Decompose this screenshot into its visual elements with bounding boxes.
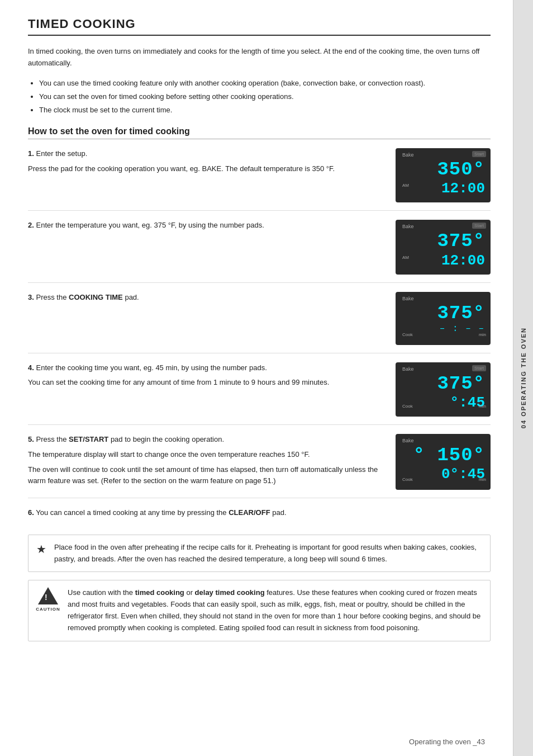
step-5-display-bake: Bake [402,438,414,443]
step-6-number: 6. [28,508,34,517]
star-icon: ★ [36,542,46,556]
step-4-display: Bake Start 375° Cook °:45 min [396,362,491,417]
steps-container: 1. Enter the setup. Press the pad for th… [28,148,491,527]
step-3-display-min: min [479,332,486,337]
page-title: TIMED COOKING [28,17,491,36]
step-4-display-start: Start [472,365,486,371]
step-2-left: 2. Enter the temperature you want, eg. 3… [28,220,396,231]
notice-box: ★ Place food in the oven after preheatin… [28,535,491,573]
step-5: 5. Press the SET/START pad to begin the … [28,434,491,498]
caution-text: Use caution with the timed cooking or de… [68,587,482,634]
caution-triangle-icon [38,587,58,604]
step-4: 4. Enter the cooking time you want, eg. … [28,362,491,425]
step-4-number: 4. [28,363,34,372]
bullet-item: You can set the oven for timed cooking b… [39,91,491,103]
step-1-sub: Press the pad for the cooking operation … [28,163,387,175]
step-1-display-temp: 350° [401,159,485,180]
step-2-display-temp: 375° [401,231,485,252]
step-5-number: 5. [28,435,34,443]
notice-text: Place food in the oven after preheating … [54,542,482,565]
step-6: 6. You can cancel a timed cooking at any… [28,507,491,527]
step-4-main: Enter the cooking time you want, eg. 45 … [36,363,266,372]
step-1: 1. Enter the setup. Press the pad for th… [28,148,491,211]
page-footer: Operating the oven _43 [409,738,485,746]
step-5-left: 5. Press the SET/START pad to begin the … [28,434,396,487]
step-1-number: 1. [28,149,34,158]
step-1-display: Bake Start 350° AM 12:00 [396,148,491,202]
step-3-display-time: – : – – [401,324,485,334]
bullet-item: The clock must be set to the current tim… [39,104,491,116]
step-3-main: Press the COOKING TIME pad. [36,293,139,301]
step-4-display-bake: Bake [402,366,414,372]
step-5-display-cook: Cook [402,477,413,482]
step-1-display-am: AM [402,183,409,188]
caution-label: CAUTION [36,607,60,612]
step-2-main: Enter the temperature you want, eg. 375 … [36,221,264,229]
step-4-display-time: °:45 [401,394,485,411]
section-heading: How to set the oven for timed cooking [28,126,491,139]
step-1-main: Enter the setup. [36,149,87,158]
step-3-number: 3. [28,293,34,301]
bullet-list: You can use the timed cooking feature on… [39,77,491,116]
step-3-display: Bake 375° Cook – : – – min [396,292,491,345]
step-3-display-cook: Cook [402,332,413,337]
step-1-display-bake: Bake [402,152,414,158]
step-4-display-cook: Cook [402,404,413,409]
step-1-display-start: Start [472,151,486,157]
step-4-display-min: min [479,404,486,409]
step-3-left: 3. Press the COOKING TIME pad. [28,292,396,304]
step-2-display: Bake Start 375° AM 12:00 [396,220,491,274]
step-6-main: You can cancel a timed cooking at any ti… [36,508,286,517]
step-3-display-bake: Bake [402,296,414,301]
step-4-left: 4. Enter the cooking time you want, eg. … [28,362,396,389]
step-2-number: 2. [28,221,34,229]
step-2: 2. Enter the temperature you want, eg. 3… [28,220,491,282]
step-5-display: Bake ° 150° Cook 0°:45 min [396,434,491,490]
step-4-display-temp: 375° [401,374,485,394]
bullet-item: You can use the timed cooking feature on… [39,77,491,89]
step-5-display-temp: ° 150° [401,445,485,466]
step-2-display-start: Start [472,223,486,229]
step-4-sub: You can set the cooking time for any amo… [28,377,387,389]
side-tab-label: 04 OPERATING THE OVEN [520,327,527,428]
intro-paragraph: In timed cooking, the oven turns on imme… [28,46,491,69]
step-1-left: 1. Enter the setup. Press the pad for th… [28,148,396,175]
step-5-sub2: The oven will continue to cook until the… [28,464,387,488]
side-tab: 04 OPERATING THE OVEN [513,0,533,756]
step-5-display-time: 0°:45 [401,466,485,483]
step-5-sub1: The temperature display will start to ch… [28,449,387,461]
step-5-main: Press the SET/START pad to begin the coo… [36,435,224,443]
step-3: 3. Press the COOKING TIME pad. Bake 375°… [28,292,491,353]
step-3-display-temp: 375° [401,303,485,324]
caution-icon-wrap: CAUTION [36,587,60,612]
step-2-display-am: AM [402,255,409,260]
caution-box: CAUTION Use caution with the timed cooki… [28,580,491,641]
step-1-display-time: 12:00 [401,180,485,197]
step-5-display-min: min [479,477,486,482]
step-2-display-bake: Bake [402,224,414,229]
step-2-display-time: 12:00 [401,252,485,269]
